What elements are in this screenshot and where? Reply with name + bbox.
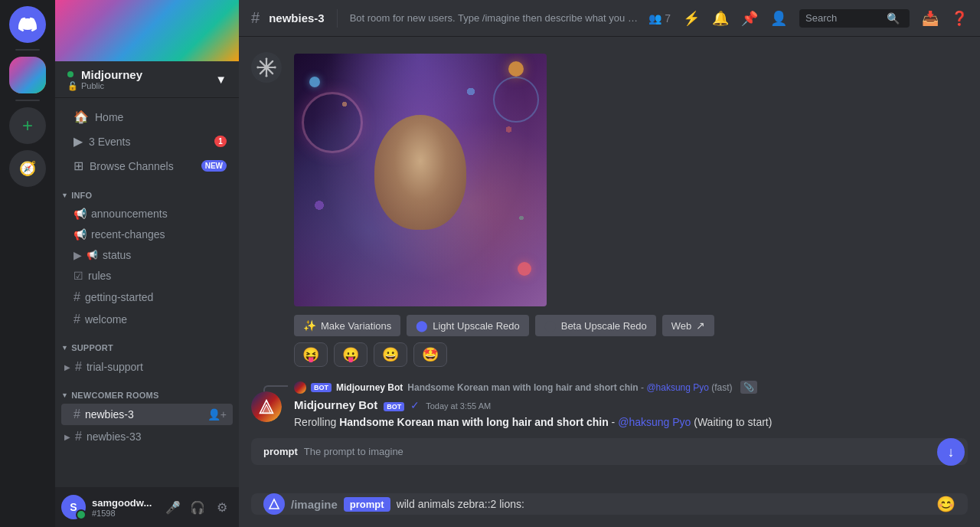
decorative-ring-1 <box>302 92 363 153</box>
sidebar-item-home[interactable]: 🏠 Home <box>61 105 233 129</box>
server-public-badge: 🔓 Public <box>67 81 142 91</box>
category-newcomer[interactable]: ▼ NEWCOMER ROOMS <box>55 378 239 403</box>
image-face <box>374 115 466 230</box>
svg-point-4 <box>274 67 276 69</box>
events-icon: ▶ <box>74 134 83 149</box>
category-info-chevron: ▼ <box>61 191 68 199</box>
server-divider-2 <box>15 100 40 101</box>
channel-trial-support[interactable]: ▶ # trial-support <box>61 356 233 378</box>
sidebar-item-browse-label: Browse Channels <box>90 160 174 172</box>
channel-rules[interactable]: ☑ rules <box>61 266 233 286</box>
header-divider <box>337 9 338 28</box>
sidebar-item-browse[interactable]: ⊞ Browse Channels NEW <box>61 154 233 178</box>
discover-icon[interactable]: 🧭 <box>9 150 46 187</box>
user-panel: S samgoodw... #1598 🎤 🎧 ⚙ <box>55 487 239 527</box>
category-info-label: INFO <box>71 191 92 200</box>
channel-getting-started[interactable]: # getting-started <box>61 286 233 308</box>
channel-trial-support-label: trial-support <box>87 361 143 373</box>
browse-icon: ⊞ <box>74 159 83 173</box>
channel-recent-changes[interactable]: 📢 recent-changes <box>61 224 233 244</box>
light-upscale-icon: ⬤ <box>416 319 428 332</box>
members-count: 👥 7 <box>648 12 671 25</box>
mention-haksung[interactable]: @haksung Pyo <box>618 416 691 428</box>
channel-sidebar: Midjourney 🔓 Public ▼ 🏠 Home ▶ 3 Events … <box>55 0 239 527</box>
sidebar-item-home-label: Home <box>95 111 123 123</box>
add-server-icon[interactable]: + <box>9 107 46 144</box>
emoji-tongue[interactable]: 😛 <box>334 342 368 367</box>
channel-newbies-3[interactable]: # newbies-3 👤+ <box>61 404 233 425</box>
mj-avatar <box>251 391 282 422</box>
channel-getting-started-label: getting-started <box>85 291 154 303</box>
emoji-picker-icon[interactable]: 😊 <box>936 495 956 513</box>
beta-upscale-redo-button[interactable]: ⬤ Beta Upscale Redo <box>535 315 656 336</box>
search-input[interactable] <box>805 12 882 24</box>
emoji-grinning[interactable]: 😀 <box>374 342 407 367</box>
user-name: samgoodw... <box>92 497 156 509</box>
prompt-text: The prompt to imagine <box>304 446 403 457</box>
help-icon[interactable]: ❓ <box>951 10 968 27</box>
channel-newbies-33[interactable]: ▶ # newbies-33 <box>61 426 233 447</box>
message-image-block: ✨ Make Variations ⬤ Light Upscale Redo ⬤… <box>239 49 980 368</box>
category-newcomer-label: NEWCOMER ROOMS <box>71 391 158 400</box>
channel-hash-icon: # <box>251 9 260 27</box>
hash-icon-newbies3: # <box>74 408 80 421</box>
bell-icon[interactable]: 🔔 <box>712 10 729 27</box>
light-upscale-redo-button[interactable]: ⬤ Light Upscale Redo <box>407 315 528 336</box>
sub-chevron-2: ▶ <box>64 433 70 441</box>
ref-avatar <box>294 381 306 394</box>
discord-home-icon[interactable] <box>9 6 46 43</box>
svg-point-0 <box>265 66 268 69</box>
prompt-bar: prompt The prompt to imagine <box>251 438 968 465</box>
make-variations-button[interactable]: ✨ Make Variations <box>294 315 400 336</box>
channel-newbies-3-label: newbies-3 <box>85 408 134 421</box>
category-support-chevron: ▼ <box>61 344 68 352</box>
members-panel-icon[interactable]: 👤 <box>770 10 787 27</box>
message-input[interactable] <box>397 498 930 510</box>
user-info: samgoodw... #1598 <box>92 497 156 518</box>
chevron-down-icon: ↓ <box>948 444 955 460</box>
emoji-star-struck[interactable]: 🤩 <box>413 342 447 367</box>
settings-button[interactable]: ⚙ <box>211 496 233 518</box>
channel-status[interactable]: ▶ 📢 status <box>61 245 233 265</box>
channel-header-desc: Bot room for new users. Type /imagine th… <box>350 12 640 24</box>
svg-point-2 <box>266 75 268 77</box>
web-button[interactable]: Web ↗ <box>662 315 715 336</box>
channel-header: # newbies-3 Bot room for new users. Type… <box>239 0 980 37</box>
search-icon: 🔍 <box>887 12 900 25</box>
category-info[interactable]: ▼ INFO <box>55 178 239 203</box>
sidebar-item-events[interactable]: ▶ 3 Events 1 <box>61 129 233 153</box>
midjourney-server-icon[interactable] <box>9 57 46 93</box>
channel-rules-label: rules <box>88 270 111 282</box>
scroll-to-bottom-button[interactable]: ↓ <box>937 438 965 466</box>
server-status-dot <box>67 71 74 77</box>
user-tag: #1598 <box>92 509 156 518</box>
channel-status-label: status <box>103 249 131 261</box>
external-link-icon: ↗ <box>696 319 705 332</box>
category-support[interactable]: ▼ SUPPORT <box>55 331 239 355</box>
bolt-icon[interactable]: ⚡ <box>683 10 700 27</box>
channel-header-name: newbies-3 <box>269 11 325 25</box>
svg-point-1 <box>266 57 268 60</box>
emoji-grinning-squint[interactable]: 😝 <box>294 342 328 367</box>
mj-bot-username[interactable]: Midjourney Bot <box>294 398 377 411</box>
user-avatar: S <box>61 495 86 519</box>
ref-username: Midjourney Bot <box>336 382 403 393</box>
headphones-button[interactable]: 🎧 <box>187 496 208 518</box>
input-area: /imagine prompt 😊 <box>239 493 980 527</box>
add-member-icon: 👤+ <box>207 408 227 421</box>
server-name: Midjourney <box>81 68 142 81</box>
slash-imagine-label: /imagine <box>291 498 338 511</box>
channel-welcome-label: welcome <box>85 313 127 326</box>
events-badge: 1 <box>214 136 227 147</box>
pin-icon[interactable]: 📌 <box>741 10 758 27</box>
prompt-cmd-pill[interactable]: prompt <box>344 497 390 512</box>
channel-welcome[interactable]: # welcome <box>61 309 233 330</box>
announce-icon: 📢 <box>74 208 87 220</box>
channel-announcements[interactable]: 📢 announcements <box>61 204 233 224</box>
inbox-icon[interactable]: 📥 <box>922 10 939 27</box>
mic-button[interactable]: 🎤 <box>162 496 184 518</box>
message-header-mj: Midjourney Bot BOT ✓ Today at 3:55 AM <box>294 397 968 411</box>
server-banner <box>55 0 239 61</box>
server-header[interactable]: Midjourney 🔓 Public ▼ <box>55 61 239 98</box>
hash-icon-trial: # <box>75 360 82 374</box>
